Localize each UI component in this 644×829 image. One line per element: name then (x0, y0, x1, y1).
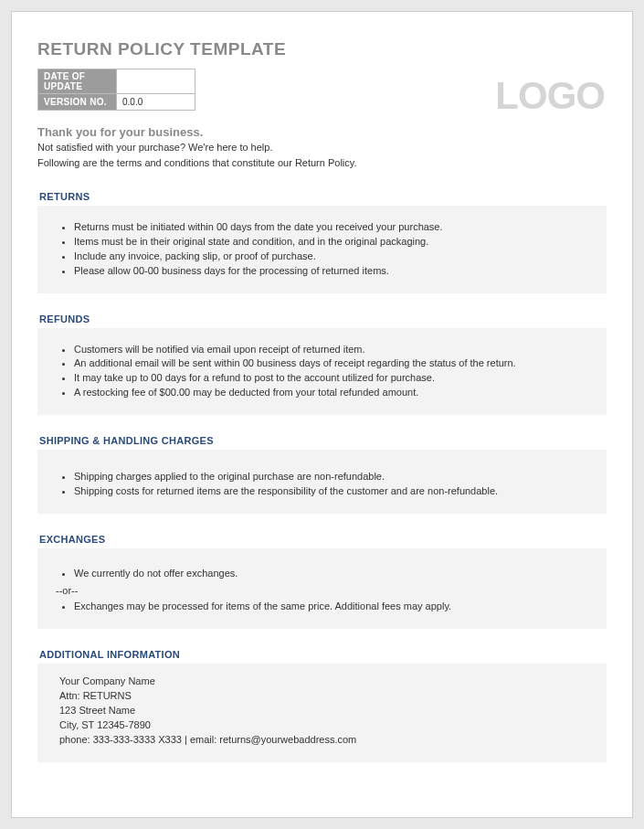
list-item: An additional email will be sent within … (74, 356, 590, 371)
street-line: 123 Street Name (59, 704, 590, 718)
attn-line: Attn: RETURNS (59, 689, 590, 704)
thanks-heading: Thank you for your business. (37, 125, 607, 139)
list-item: Shipping charges applied to the original… (74, 470, 590, 484)
section-heading: ADDITIONAL INFORMATION (37, 649, 607, 664)
list-item: Include any invoice, packing slip, or pr… (74, 250, 590, 264)
section-heading: SHIPPING & HANDLING CHARGES (37, 435, 607, 450)
page-title: RETURN POLICY TEMPLATE (37, 39, 607, 59)
section-body: Your Company Name Attn: RETURNS 123 Stre… (37, 664, 607, 762)
list-item: A restocking fee of $00.00 may be deduct… (74, 386, 590, 400)
meta-version-label: VERSION NO. (38, 94, 117, 111)
meta-date-value (117, 69, 195, 94)
list-item: It may take up to 00 days for a refund t… (74, 371, 590, 386)
section-body: We currently do not offer exchanges. --o… (37, 548, 607, 629)
meta-date-label: DATE OF UPDATE (38, 69, 117, 94)
list-item: Shipping costs for returned items are th… (74, 484, 590, 499)
section-additional: ADDITIONAL INFORMATION Your Company Name… (37, 649, 607, 762)
meta-table: DATE OF UPDATE VERSION NO. 0.0.0 (37, 69, 195, 111)
section-heading: RETURNS (37, 191, 607, 206)
meta-version-value: 0.0.0 (117, 94, 195, 111)
section-heading: REFUNDS (37, 314, 607, 328)
section-heading: EXCHANGES (37, 534, 607, 548)
section-refunds: REFUNDS Customers will be notified via e… (37, 314, 607, 416)
list-item: Items must be in their original state an… (74, 235, 590, 250)
list-item: We currently do not offer exchanges. (74, 567, 590, 581)
intro-line-2: Following are the terms and conditions t… (37, 156, 607, 170)
or-separator: --or-- (54, 581, 590, 600)
document-page: RETURN POLICY TEMPLATE DATE OF UPDATE VE… (11, 11, 633, 818)
city-state-line: City, ST 12345-7890 (59, 718, 590, 733)
section-returns: RETURNS Returns must be initiated within… (37, 191, 607, 293)
logo-placeholder: LOGO (495, 74, 605, 118)
contact-line: phone: 333-333-3333 X333 | email: return… (59, 733, 590, 748)
list-item: Please allow 00-00 business days for the… (74, 264, 590, 279)
company-name: Your Company Name (59, 675, 590, 689)
section-body: Customers will be notified via email upo… (37, 328, 607, 416)
list-item: Returns must be initiated within 00 days… (74, 220, 590, 235)
list-item: Exchanges may be processed for items of … (74, 600, 590, 614)
section-body: Returns must be initiated within 00 days… (37, 206, 607, 293)
intro-line-1: Not satisfied with your purchase? We're … (37, 141, 607, 154)
section-body: Shipping charges applied to the original… (37, 450, 607, 514)
section-shipping: SHIPPING & HANDLING CHARGES Shipping cha… (37, 435, 607, 514)
section-exchanges: EXCHANGES We currently do not offer exch… (37, 534, 607, 629)
list-item: Customers will be notified via email upo… (74, 343, 590, 357)
